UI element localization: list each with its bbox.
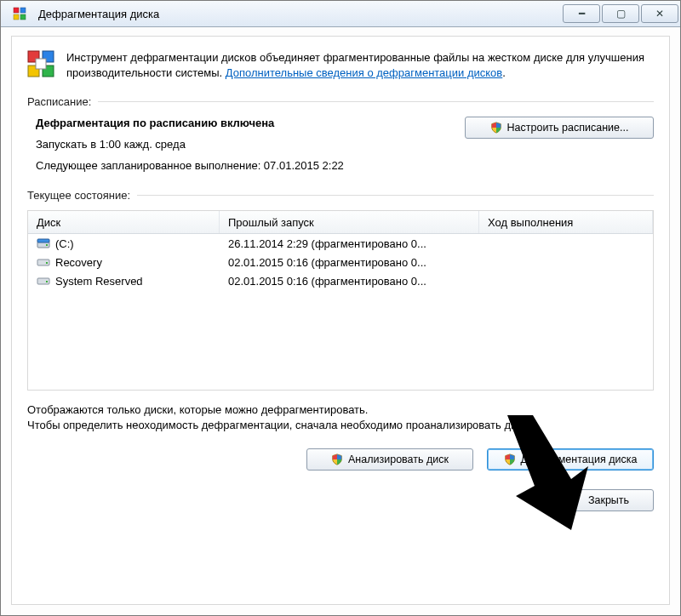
table-header: Диск Прошлый запуск Ход выполнения bbox=[28, 211, 653, 234]
note-line2: Чтобы определить неоходимость дефрагмент… bbox=[27, 418, 654, 433]
shield-icon bbox=[504, 453, 516, 465]
disk-name: Recovery bbox=[55, 256, 102, 269]
svg-rect-1 bbox=[20, 8, 26, 13]
shield-icon bbox=[331, 453, 343, 465]
schedule-status: Дефрагментация по расписанию включена bbox=[36, 117, 344, 129]
window-controls: ━ ▢ ✕ bbox=[561, 4, 678, 23]
configure-schedule-label: Настроить расписание... bbox=[507, 122, 629, 134]
window-title: Дефрагментация диска bbox=[38, 8, 159, 20]
action-row: Анализировать диск Дефрагментация диска bbox=[27, 448, 654, 471]
svg-rect-10 bbox=[37, 239, 49, 242]
table-row[interactable]: (C:)26.11.2014 2:29 (фрагментировано 0..… bbox=[28, 234, 653, 253]
col-progress-header[interactable]: Ход выполнения bbox=[479, 211, 653, 233]
shield-icon bbox=[490, 122, 502, 134]
svg-rect-15 bbox=[46, 281, 48, 282]
svg-rect-0 bbox=[14, 8, 19, 13]
svg-rect-2 bbox=[14, 14, 19, 20]
svg-rect-8 bbox=[36, 59, 46, 69]
col-last-header[interactable]: Прошлый запуск bbox=[220, 211, 479, 233]
analyze-label: Анализировать диск bbox=[348, 453, 449, 465]
section-schedule-label: Расписание: bbox=[27, 95, 654, 108]
close-row: Закрыть bbox=[27, 489, 654, 511]
maximize-icon: ▢ bbox=[616, 9, 626, 19]
minimize-icon: ━ bbox=[579, 9, 585, 19]
defrag-window: Дефрагментация диска ━ ▢ ✕ Инструмент де… bbox=[0, 0, 681, 616]
drive-icon bbox=[37, 255, 50, 269]
defrag-button[interactable]: Дефрагментация диска bbox=[487, 448, 654, 471]
schedule-info: Дефрагментация по расписанию включена За… bbox=[36, 117, 344, 172]
table-row[interactable]: Recovery02.01.2015 0:16 (фрагментировано… bbox=[28, 253, 653, 271]
disk-name: (C:) bbox=[55, 237, 74, 250]
last-run-cell: 02.01.2015 0:16 (фрагментировано 0... bbox=[220, 256, 479, 269]
footer-note: Отображаются только диски, которые можно… bbox=[27, 402, 654, 433]
section-state-label: Текущее состояние: bbox=[27, 189, 654, 202]
section-schedule-text: Расписание: bbox=[27, 95, 91, 108]
note-line1: Отображаются только диски, которые можно… bbox=[27, 402, 654, 418]
defrag-app-icon bbox=[6, 7, 33, 20]
configure-schedule-button[interactable]: Настроить расписание... bbox=[465, 117, 654, 139]
last-run-cell: 26.11.2014 2:29 (фрагментировано 0... bbox=[220, 237, 479, 250]
learn-more-link[interactable]: Дополнительные сведения о дефрагментации… bbox=[226, 66, 502, 79]
intro-row: Инструмент дефрагментации дисков объедин… bbox=[27, 50, 654, 80]
table-row[interactable]: System Reserved02.01.2015 0:16 (фрагмент… bbox=[28, 271, 653, 290]
intro-text: Инструмент дефрагментации дисков объедин… bbox=[66, 50, 654, 80]
defrag-label: Дефрагментация диска bbox=[521, 453, 638, 465]
intro-text-after: . bbox=[502, 66, 506, 79]
svg-rect-13 bbox=[46, 262, 48, 264]
drive-icon bbox=[37, 274, 50, 288]
maximize-button[interactable]: ▢ bbox=[602, 4, 639, 23]
content-panel: Инструмент дефрагментации дисков объедин… bbox=[11, 36, 670, 605]
disk-table: Диск Прошлый запуск Ход выполнения (C:)2… bbox=[27, 210, 654, 391]
last-run-cell: 02.01.2015 0:16 (фрагментировано 0... bbox=[220, 275, 479, 288]
close-icon: ✕ bbox=[655, 9, 664, 19]
svg-rect-3 bbox=[20, 14, 26, 20]
section-state-text: Текущее состояние: bbox=[27, 189, 130, 202]
schedule-row: Дефрагментация по расписанию включена За… bbox=[27, 113, 654, 174]
table-body: (C:)26.11.2014 2:29 (фрагментировано 0..… bbox=[28, 234, 653, 290]
title-bar: Дефрагментация диска ━ ▢ ✕ bbox=[1, 1, 680, 27]
drive-c-icon bbox=[37, 237, 50, 250]
analyze-button[interactable]: Анализировать диск bbox=[306, 448, 473, 471]
schedule-next-run: Следующее запланированное выполнение: 07… bbox=[36, 159, 344, 172]
close-label: Закрыть bbox=[588, 494, 629, 506]
close-dialog-button[interactable]: Закрыть bbox=[564, 489, 654, 511]
svg-rect-11 bbox=[46, 244, 48, 246]
col-disk-header[interactable]: Диск bbox=[28, 211, 220, 233]
close-button[interactable]: ✕ bbox=[641, 4, 678, 23]
schedule-run-at: Запускать в 1:00 кажд. среда bbox=[36, 138, 344, 151]
minimize-button[interactable]: ━ bbox=[563, 4, 600, 23]
defrag-large-icon bbox=[27, 50, 54, 77]
disk-name: System Reserved bbox=[55, 275, 143, 288]
